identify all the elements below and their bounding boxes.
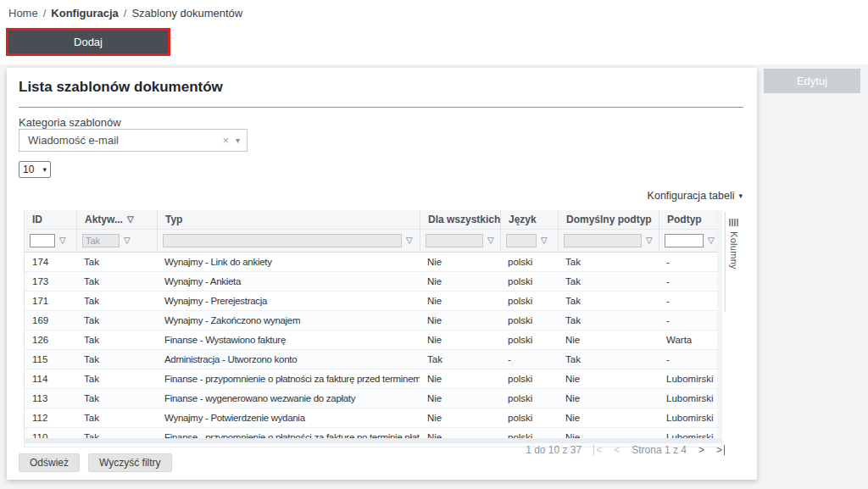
cell-typ: Finanse - Wystawiono fakturę — [157, 331, 420, 349]
filter-input-jezyk[interactable] — [506, 234, 537, 247]
cell-podtyp: - — [659, 350, 721, 369]
cell-domyslny-podtyp: Tak — [558, 311, 659, 330]
column-header-domyslny-podtyp[interactable]: Domyślny podtyp — [558, 210, 659, 229]
breadcrumb-home[interactable]: Home — [8, 7, 38, 19]
title-divider — [19, 107, 743, 108]
first-page-icon[interactable]: < — [593, 445, 602, 455]
filter-input-id[interactable] — [30, 234, 55, 247]
cell-jezyk: polski — [500, 331, 558, 349]
last-page-icon[interactable]: > — [716, 445, 725, 455]
filter-icon[interactable]: ▽ — [487, 236, 494, 245]
columns-tab-label: Kolumny — [729, 231, 739, 270]
cell-id: 174 — [25, 253, 76, 271]
column-header-aktywny[interactable]: Aktyw...▽ — [76, 210, 157, 229]
category-label: Kategoria szablonów — [19, 116, 121, 129]
filter-icon[interactable]: ▽ — [541, 236, 548, 245]
cell-dla-wszystkich: Nie — [420, 272, 500, 291]
table-row[interactable]: 113 Tak Finanse - wygenerowano wezwanie … — [25, 389, 721, 408]
column-header-typ[interactable]: Typ — [157, 210, 420, 229]
cell-id: 110 — [25, 428, 76, 447]
table-row[interactable]: 174 Tak Wynajmy - Link do ankiety Nie po… — [25, 253, 721, 272]
breadcrumb-konfiguracja[interactable]: Konfiguracja — [51, 7, 118, 19]
cell-domyslny-podtyp: Nie — [558, 370, 659, 388]
cell-jezyk: polski — [500, 253, 558, 271]
pagination-page-label: Strona 1 z 4 — [632, 444, 687, 456]
cell-jezyk: polski — [500, 311, 558, 330]
filter-icon[interactable]: ▽ — [127, 215, 134, 224]
cell-typ: Wynajmy - Zakończono wynajem — [157, 311, 420, 330]
cell-domyslny-podtyp: Nie — [558, 408, 659, 427]
vertical-scrollbar[interactable] — [717, 210, 722, 437]
table-row[interactable]: 173 Tak Wynajmy - Ankieta Nie polski Tak… — [25, 272, 721, 292]
cell-domyslny-podtyp: Tak — [558, 292, 659, 310]
cell-id: 114 — [25, 370, 76, 388]
category-select[interactable]: Wiadomość e-mail × ▾ — [19, 129, 248, 152]
cell-id: 126 — [25, 331, 76, 349]
clear-filters-button[interactable]: Wyczyść filtry — [88, 453, 172, 472]
page-size-select[interactable]: 10 ▾ — [19, 161, 51, 178]
filter-icon[interactable]: ▽ — [406, 236, 413, 245]
next-page-icon[interactable]: > — [698, 445, 704, 455]
table-row[interactable]: 115 Tak Administracja - Utworzono konto … — [25, 350, 721, 370]
cell-typ: Wynajmy - Prerejestracja — [157, 292, 420, 310]
column-header-id[interactable]: ID — [25, 210, 76, 229]
cell-podtyp: - — [659, 253, 721, 271]
cell-domyslny-podtyp: Nie — [558, 389, 659, 408]
cell-typ: Wynajmy - Ankieta — [157, 272, 420, 291]
column-header-podtyp[interactable]: Podtyp — [659, 210, 721, 229]
chevron-down-icon: ▾ — [236, 136, 240, 145]
filter-icon[interactable]: ▽ — [646, 236, 653, 245]
filter-input-podtyp[interactable] — [665, 234, 704, 247]
cell-podtyp: Lubomirski — [659, 408, 721, 427]
filter-input-typ[interactable] — [163, 234, 402, 247]
cell-podtyp: Warta — [659, 331, 721, 349]
cell-jezyk: polski — [500, 370, 558, 388]
table-row[interactable]: 171 Tak Wynajmy - Prerejestracja Nie pol… — [25, 292, 721, 311]
filter-input-aktywny[interactable] — [82, 234, 120, 247]
cell-dla-wszystkich: Nie — [420, 253, 500, 271]
cell-dla-wszystkich: Nie — [420, 428, 500, 447]
cell-dla-wszystkich: Nie — [420, 331, 500, 349]
cell-typ: Wynajmy - Potwierdzenie wydania — [157, 408, 420, 427]
add-button[interactable]: Dodaj — [6, 28, 170, 56]
filter-input-domyslny-podtyp[interactable] — [564, 234, 642, 247]
cell-podtyp: - — [659, 292, 721, 310]
columns-tab[interactable]: Kolumny — [725, 212, 742, 312]
cell-aktywny: Tak — [76, 428, 157, 447]
clear-icon[interactable]: × — [222, 134, 229, 147]
filter-icon[interactable]: ▽ — [708, 236, 715, 245]
cell-id: 171 — [25, 292, 76, 310]
table-row[interactable]: 169 Tak Wynajmy - Zakończono wynajem Nie… — [25, 311, 721, 331]
previous-page-icon[interactable]: < — [614, 445, 620, 455]
footer-actions: Odśwież Wyczyść filtry — [19, 453, 172, 472]
cell-typ: Administracja - Utworzono konto — [157, 350, 420, 369]
cell-typ: Finanse - wygenerowano wezwanie do zapła… — [157, 389, 420, 408]
table-config-button[interactable]: Konfiguracja tabeli ▾ — [648, 190, 743, 202]
refresh-button[interactable]: Odśwież — [19, 453, 80, 472]
cell-jezyk: polski — [500, 292, 558, 310]
cell-dla-wszystkich: Nie — [420, 292, 500, 310]
table-config-label: Konfiguracja tabeli — [648, 190, 735, 202]
cell-aktywny: Tak — [76, 389, 157, 408]
templates-table: ID Aktyw...▽ Typ Dla wszystkich... Język… — [24, 210, 722, 447]
horizontal-scrollbar[interactable] — [24, 438, 722, 443]
table-row[interactable]: 114 Tak Finanse - przypomnienie o płatno… — [25, 370, 721, 389]
filter-icon[interactable]: ▽ — [124, 236, 131, 245]
column-header-dla-wszystkich[interactable]: Dla wszystkich... — [420, 210, 500, 229]
edit-button[interactable]: Edytuj — [764, 69, 860, 93]
filter-input-dla-wszystkich[interactable] — [426, 234, 483, 247]
cell-dla-wszystkich: Nie — [420, 311, 500, 330]
breadcrumb-current-page: Szablony dokumentów — [131, 7, 242, 19]
table-header-row: ID Aktyw...▽ Typ Dla wszystkich... Język… — [25, 210, 721, 230]
filter-icon[interactable]: ▽ — [59, 236, 66, 245]
table-row[interactable]: 126 Tak Finanse - Wystawiono fakturę Nie… — [25, 331, 721, 350]
pagination-range-label: 1 do 10 z 37 — [526, 444, 581, 456]
column-header-jezyk[interactable]: Język — [500, 210, 558, 229]
cell-typ: Finanse - przypomnienie o płatności za f… — [157, 370, 420, 388]
table-body: 174 Tak Wynajmy - Link do ankiety Nie po… — [25, 253, 721, 447]
category-selected-value: Wiadomość e-mail — [19, 134, 222, 147]
cell-id: 173 — [25, 272, 76, 291]
cell-dla-wszystkich: Tak — [420, 350, 500, 369]
templates-panel: Lista szablonów dokumentów Kategoria sza… — [7, 68, 757, 480]
table-row[interactable]: 112 Tak Wynajmy - Potwierdzenie wydania … — [25, 408, 721, 428]
